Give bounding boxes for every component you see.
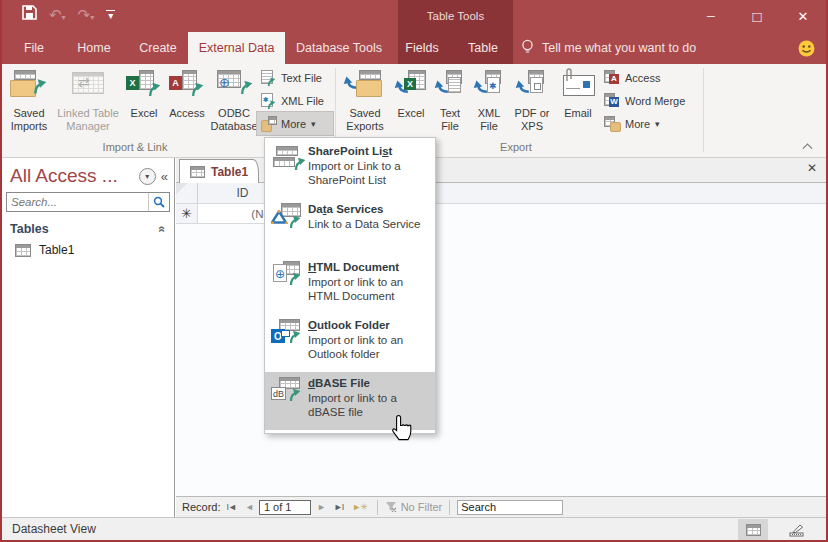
smiley-feedback-icon[interactable] [798,40,815,57]
menu-item-description: Link to a Data Service [308,218,421,230]
save-icon[interactable] [22,5,37,24]
import-text-file-button[interactable]: Text File [257,66,333,89]
tab-home[interactable]: Home [72,32,116,64]
tab-external-data[interactable]: External Data [188,32,285,64]
saved-exports-button[interactable]: Saved Exports [341,68,389,133]
datasheet-view-icon [746,524,761,536]
tab-database-tools[interactable]: Database Tools [294,32,384,64]
saved-imports-button[interactable]: Saved Imports [6,68,52,133]
menu-item-title: dBASE File [308,377,370,389]
nav-pane-menu-icon[interactable] [139,168,156,185]
linked-table-manager-button: ⇄ Linked Table Manager [56,68,120,133]
first-record-button[interactable] [224,502,239,512]
datasheet-view-button[interactable] [738,519,768,540]
group-separator [703,68,704,152]
window-controls [688,0,826,32]
word-merge-button[interactable]: W Word Merge [600,89,696,112]
nav-pane-title: All Access ... [2,158,174,190]
design-view-button[interactable] [782,519,812,540]
more-sources-icon [261,116,276,132]
tab-table[interactable]: Table [462,32,504,64]
new-record-selector[interactable]: ✳ [176,204,198,223]
export-excel-button[interactable]: X Excel [393,68,429,120]
previous-record-button[interactable] [242,502,256,512]
status-bar: Datasheet View [2,517,826,540]
export-text-file-icon [434,68,466,104]
view-status-text: Datasheet View [12,522,96,536]
collapse-ribbon-icon[interactable] [804,142,812,150]
pdf-or-xps-button[interactable]: PDF or XPS [510,68,554,133]
lightbulb-icon [521,39,534,58]
nav-section-tables[interactable]: Tables [2,216,174,240]
record-navigation-bar: Record: 1 of 1 No Filter [176,496,826,517]
menu-item-title: HTML Document [308,261,399,273]
record-search-box[interactable] [457,500,563,515]
view-buttons [738,519,812,540]
undo-icon[interactable]: ↶ [49,7,66,22]
ribbon-tab-row: File Home Create External Data Database … [0,32,828,64]
collapse-section-icon[interactable] [156,226,170,233]
export-more-icon [604,116,620,132]
menu-item-sharepoint-list[interactable]: SharePoint List Import or Link to a Shar… [265,140,435,198]
design-view-icon [789,523,805,537]
record-search-input[interactable] [458,501,562,514]
email-icon [560,68,596,104]
shutter-bar-close-icon[interactable] [161,169,168,184]
nav-search-input[interactable] [7,196,148,208]
table1-document-tab[interactable]: Table1 [179,159,259,183]
dbase-file-icon: dB [271,375,308,430]
tell-me-box[interactable]: Tell me what you want to do [521,32,696,64]
sharepoint-list-icon [271,143,308,198]
tab-create[interactable]: Create [136,32,180,64]
tab-fields[interactable]: Fields [402,32,442,64]
import-excel-icon: X [126,68,162,104]
more-dropdown-menu: SharePoint List Import or Link to a Shar… [264,137,436,434]
table-icon [190,166,205,178]
menu-item-title: Outlook Folder [308,319,390,331]
close-document-icon[interactable] [807,161,817,175]
maximize-button[interactable] [734,0,780,32]
no-filter-button[interactable]: No Filter [385,501,443,514]
search-icon[interactable] [148,193,169,211]
menu-item-data-services[interactable]: Data Services Link to a Data Service [265,198,435,256]
import-excel-button[interactable]: X Excel [124,68,164,120]
close-button[interactable] [780,0,826,32]
redo-icon[interactable]: ↷ [78,7,95,22]
customize-qat-icon[interactable] [106,10,115,20]
filter-icon [385,501,397,514]
odbc-database-icon: ⊕ [215,68,253,104]
export-excel-icon: X [394,68,428,104]
import-xml-file-button[interactable]: ✱ XML File [257,89,333,112]
select-all-corner[interactable] [176,183,198,203]
menu-item-html-document[interactable]: ⊕ HTML Document Import or link to an HTM… [265,256,435,314]
export-xml-file-button[interactable]: ✱ XML File [471,68,507,133]
table-icon [15,244,31,257]
saved-exports-icon [343,68,387,104]
record-position-box[interactable]: 1 of 1 [259,500,311,515]
export-text-file-button[interactable]: Text File [432,68,468,133]
tab-file[interactable]: File [14,32,54,64]
export-small-buttons: A Access W Word Merge More [600,66,696,135]
last-record-button[interactable] [331,502,346,512]
odbc-database-button[interactable]: ⊕ ODBC Database [209,68,259,133]
outlook-folder-icon: O [271,317,308,372]
dropdown-arrow-icon [311,119,316,129]
export-more-button[interactable]: More [600,112,696,135]
email-button[interactable]: Email [558,68,598,120]
hand-cursor [391,414,412,445]
nav-item-table1[interactable]: Table1 [2,240,174,260]
import-more-button[interactable]: More [257,112,333,135]
separator [377,500,378,515]
menu-item-description: Import or link to an Outlook folder [308,334,403,360]
export-group-label: Export [470,141,562,153]
menu-item-outlook-folder[interactable]: O Outlook Folder Import or link to an Ou… [265,314,435,372]
minimize-button[interactable] [688,0,734,32]
data-services-icon [271,201,308,256]
nav-search-box[interactable] [6,192,170,212]
navigation-pane: All Access ... Tables Table1 [2,158,175,517]
new-record-button[interactable] [349,502,369,512]
export-access-button[interactable]: A Access [600,66,696,89]
next-record-button[interactable] [314,502,328,512]
import-access-button[interactable]: A Access [166,68,208,120]
export-xml-file-icon: ✱ [473,68,505,104]
